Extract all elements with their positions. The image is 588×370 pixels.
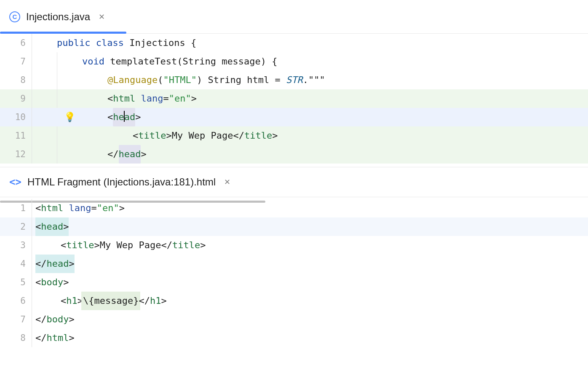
matched-tag-pair: <head>	[35, 217, 69, 236]
tab-bar-bottom: <> HTML Fragment (Injections.java:181).h…	[0, 167, 588, 197]
tab-bar-top: C Injections.java ✕	[0, 0, 588, 34]
tab-injections-java[interactable]: C Injections.java ✕	[0, 0, 116, 33]
code-line[interactable]: 6 <h1>\{message}</h1>	[0, 292, 588, 310]
lightbulb-icon[interactable]: 💡	[64, 108, 75, 126]
matched-tag: head	[113, 108, 135, 126]
code-line[interactable]: 8 </html>	[0, 329, 588, 347]
code-line[interactable]: 8 @Language("HTML") String html = STR.""…	[0, 71, 588, 89]
tab-label: HTML Fragment (Injections.java:181).html	[27, 176, 216, 188]
token-identifier: STR	[286, 71, 303, 89]
token-annotation: @Language	[107, 71, 158, 89]
code-line[interactable]: 11 <title>My Wep Page</title>	[0, 126, 588, 145]
matched-tag: head	[119, 145, 141, 164]
token-keyword: public	[57, 34, 90, 52]
close-icon[interactable]: ✕	[224, 177, 230, 187]
class-file-icon: C	[9, 11, 20, 22]
code-line[interactable]: 5 <body>	[0, 273, 588, 292]
gutter-line-number: 6	[0, 34, 32, 52]
code-line[interactable]: 7 void templateTest(String message) {	[0, 52, 588, 71]
code-line[interactable]: 1 <html lang="en">	[0, 199, 588, 217]
tab-html-fragment[interactable]: <> HTML Fragment (Injections.java:181).h…	[0, 167, 241, 197]
code-line[interactable]: 6 public class Injections {	[0, 34, 588, 52]
template-placeholder: \{message}	[81, 292, 140, 310]
editor-pane-java[interactable]: 6 public class Injections { 7 void templ…	[0, 34, 588, 167]
tab-label: Injections.java	[26, 11, 90, 23]
code-line[interactable]: 4 </head>	[0, 255, 588, 273]
editor-pane-html-fragment[interactable]: 1 <html lang="en"> 2 <head> 3 <title>My …	[0, 199, 588, 347]
code-line[interactable]: 7 </body>	[0, 310, 588, 329]
html-fragment-icon: <>	[9, 176, 21, 188]
matched-tag-pair: </head>	[35, 255, 75, 273]
close-icon[interactable]: ✕	[99, 12, 105, 21]
code-line-current[interactable]: 10 💡 <head>	[0, 108, 588, 126]
code-line[interactable]: 3 <title>My Wep Page</title>	[0, 236, 588, 255]
code-line[interactable]: 2 <head>	[0, 217, 588, 236]
code-line[interactable]: 12 </head>	[0, 145, 588, 164]
code-line[interactable]: 9 <html lang="en">	[0, 89, 588, 108]
text-caret	[124, 111, 125, 122]
